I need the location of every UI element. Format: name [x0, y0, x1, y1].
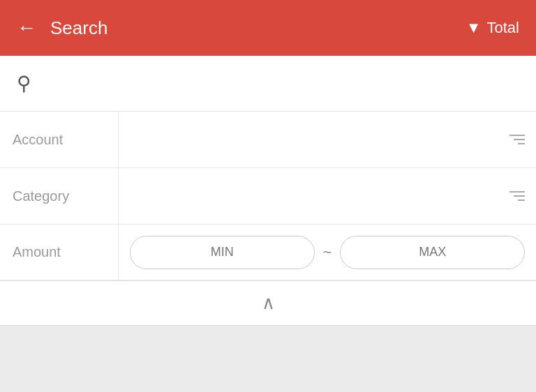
search-icon: ⚲	[17, 72, 31, 95]
account-label: Account	[0, 112, 119, 167]
collapse-icon[interactable]: ∧	[262, 292, 275, 314]
category-label: Category	[0, 168, 119, 224]
search-bar[interactable]: ⚲	[0, 56, 536, 112]
filters-container: Account Category Amount	[0, 112, 536, 281]
page-title: Search	[50, 17, 107, 39]
category-filter-icon[interactable]	[509, 191, 525, 201]
amount-separator: ~	[323, 243, 332, 262]
account-filter-row: Account	[0, 112, 536, 168]
account-filter-icon[interactable]	[509, 135, 525, 144]
collapse-area[interactable]: ∧	[0, 281, 536, 326]
app-header: ← Search ▼ Total	[0, 0, 536, 56]
total-button[interactable]: ▼ Total	[466, 19, 519, 37]
category-filter-row: Category	[0, 168, 536, 225]
dropdown-icon: ▼	[466, 19, 482, 37]
amount-filter-content: ~	[119, 226, 536, 279]
amount-min-input[interactable]	[130, 236, 315, 269]
back-button[interactable]: ←	[17, 17, 36, 39]
bottom-area	[0, 326, 536, 392]
account-filter-content[interactable]	[119, 112, 536, 167]
amount-label: Amount	[0, 225, 119, 280]
header-left: ← Search	[17, 17, 107, 39]
amount-max-input[interactable]	[340, 236, 525, 269]
category-filter-content[interactable]	[119, 168, 536, 224]
amount-filter-row: Amount ~	[0, 225, 536, 280]
total-label: Total	[487, 19, 519, 37]
